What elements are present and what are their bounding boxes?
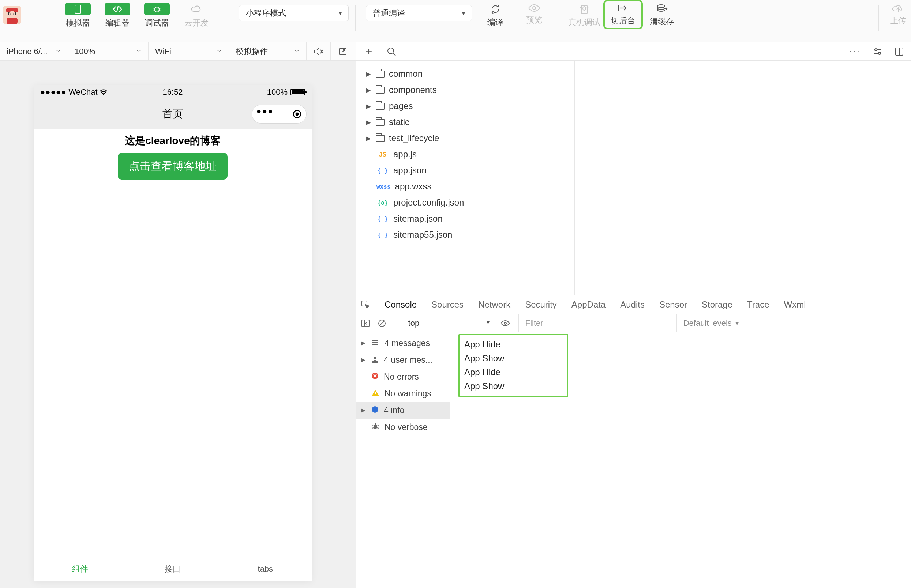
- network-label: WiFi: [155, 47, 171, 56]
- new-file-button[interactable]: ＋: [363, 44, 374, 59]
- cloud-tab[interactable]: 云开发: [180, 3, 213, 29]
- mute-button[interactable]: [307, 42, 331, 60]
- zoom-select[interactable]: 100%﹀: [68, 42, 149, 60]
- layout-icon[interactable]: [895, 47, 904, 56]
- svg-line-14: [159, 11, 160, 11]
- popout-button[interactable]: [331, 42, 355, 60]
- tab-audits[interactable]: Audits: [620, 299, 645, 310]
- background-button[interactable]: 切后台: [605, 2, 641, 28]
- console-sidebar[interactable]: ▶4 messages▶4 user mes...No errorsNo war…: [356, 333, 450, 588]
- remote-debug-button[interactable]: 真机调试: [566, 4, 603, 28]
- zoom-label: 100%: [74, 47, 95, 56]
- network-select[interactable]: WiFi﹀: [149, 42, 229, 60]
- filter-input[interactable]: Filter: [518, 314, 668, 332]
- sidebar-toggle-icon[interactable]: [361, 319, 370, 327]
- svg-line-60: [377, 426, 379, 426]
- tab-appdata[interactable]: AppData: [571, 299, 605, 310]
- eye-icon[interactable]: [500, 320, 510, 327]
- tab-security[interactable]: Security: [525, 299, 557, 310]
- mode-combo[interactable]: 小程序模式 ▾: [239, 5, 349, 21]
- tab-sources[interactable]: Sources: [431, 299, 464, 310]
- target-icon[interactable]: [292, 109, 302, 119]
- filetype-icon: {o}: [377, 199, 389, 206]
- clear-cache-button[interactable]: 清缓存: [644, 4, 680, 28]
- editor-tab[interactable]: 编辑器: [101, 3, 134, 29]
- console-side-row[interactable]: ▶4 messages: [356, 334, 450, 351]
- side-label: No errors: [384, 372, 419, 382]
- clear-console-icon[interactable]: [378, 319, 386, 327]
- simulator-label: 模拟器: [66, 18, 90, 29]
- file-tree[interactable]: ▶common▶components▶pages▶static▶test_lif…: [356, 61, 574, 295]
- svg-marker-22: [315, 48, 319, 55]
- log-line: App Show: [464, 379, 562, 393]
- capsule-menu[interactable]: •••: [252, 105, 307, 124]
- tab-console[interactable]: Console: [385, 299, 417, 310]
- svg-rect-52: [375, 392, 376, 394]
- tab-api[interactable]: 接口: [126, 557, 219, 581]
- editor-area: [574, 61, 911, 295]
- console-side-row[interactable]: ▶4 user mes...: [356, 351, 450, 368]
- levels-select[interactable]: Default levels▼: [676, 314, 740, 332]
- file-row[interactable]: { }app.json: [356, 162, 574, 178]
- file-row[interactable]: wxssapp.wxss: [356, 178, 574, 195]
- console-side-row[interactable]: No verbose: [356, 419, 450, 436]
- tab-tabs[interactable]: tabs: [219, 557, 312, 581]
- context-select[interactable]: top: [404, 317, 492, 329]
- device-select[interactable]: iPhone 6/...﹀: [0, 42, 68, 60]
- phone-tabbar: 组件 接口 tabs: [34, 557, 312, 581]
- compile-combo[interactable]: 普通编译 ▾: [366, 5, 472, 21]
- folder-row[interactable]: ▶static: [356, 114, 574, 130]
- folder-row[interactable]: ▶test_lifecycle: [356, 130, 574, 146]
- console-side-row[interactable]: No errors: [356, 368, 450, 385]
- simop-select[interactable]: 模拟操作﹀: [229, 42, 307, 60]
- separator: [355, 5, 356, 31]
- remote-label: 真机调试: [568, 17, 600, 28]
- log-highlight: App HideApp ShowApp HideApp Show: [458, 334, 568, 397]
- compile-button[interactable]: 编译: [477, 4, 514, 28]
- file-row[interactable]: { }sitemap55.json: [356, 227, 574, 243]
- debugger-tab[interactable]: 调试器: [141, 3, 173, 29]
- tab-sensor[interactable]: Sensor: [659, 299, 687, 310]
- console-side-row[interactable]: ▶4 info: [356, 402, 450, 419]
- cloud-icon: [184, 3, 209, 15]
- simulator-tab[interactable]: 模拟器: [61, 3, 94, 29]
- phone-body: 这是clearlove的博客 点击查看博客地址: [34, 129, 312, 179]
- devtools-tabs: Console Sources Network Security AppData…: [356, 295, 911, 314]
- folder-row[interactable]: ▶pages: [356, 98, 574, 114]
- svg-line-31: [393, 53, 395, 56]
- folder-row[interactable]: ▶components: [356, 82, 574, 98]
- svg-rect-56: [375, 407, 375, 408]
- separator: [220, 5, 220, 31]
- tab-storage[interactable]: Storage: [702, 299, 733, 310]
- avatar[interactable]: [3, 6, 21, 24]
- file-row[interactable]: { }sitemap.json: [356, 211, 574, 227]
- debugger-icon: [144, 3, 170, 15]
- separator: [879, 5, 879, 31]
- search-icon[interactable]: [387, 47, 396, 56]
- tab-components[interactable]: 组件: [34, 557, 126, 581]
- preview-button[interactable]: 预览: [516, 4, 552, 28]
- file-row[interactable]: {o}project.config.json: [356, 195, 574, 211]
- main-toolbar: 模拟器 编辑器 调试器 云开发 小程序模式 ▾ 普通编译 ▾ 编译 预览: [0, 0, 911, 42]
- tab-wxml[interactable]: Wxml: [784, 299, 806, 310]
- info-icon: [371, 405, 379, 415]
- phone-statusbar: ●●●●● WeChat 16:52 100%: [34, 85, 312, 99]
- settings-icon[interactable]: [873, 48, 882, 56]
- svg-line-12: [159, 8, 160, 8]
- view-blog-button[interactable]: 点击查看博客地址: [118, 153, 228, 179]
- device-label: iPhone 6/...: [6, 47, 47, 56]
- more-icon[interactable]: ···: [849, 46, 861, 57]
- file-row[interactable]: JSapp.js: [356, 146, 574, 162]
- svg-line-8: [117, 6, 118, 12]
- folder-row[interactable]: ▶common: [356, 66, 574, 82]
- levels-label: Default levels: [683, 318, 732, 328]
- svg-rect-55: [375, 409, 375, 412]
- svg-line-42: [380, 321, 384, 325]
- upload-button[interactable]: 上传: [885, 4, 911, 26]
- inspect-icon[interactable]: [361, 300, 370, 309]
- file-label: project.config.json: [393, 197, 464, 208]
- mode-combo-label: 小程序模式: [246, 8, 286, 19]
- tab-trace[interactable]: Trace: [747, 299, 769, 310]
- tab-network[interactable]: Network: [478, 299, 510, 310]
- console-side-row[interactable]: No warnings: [356, 385, 450, 402]
